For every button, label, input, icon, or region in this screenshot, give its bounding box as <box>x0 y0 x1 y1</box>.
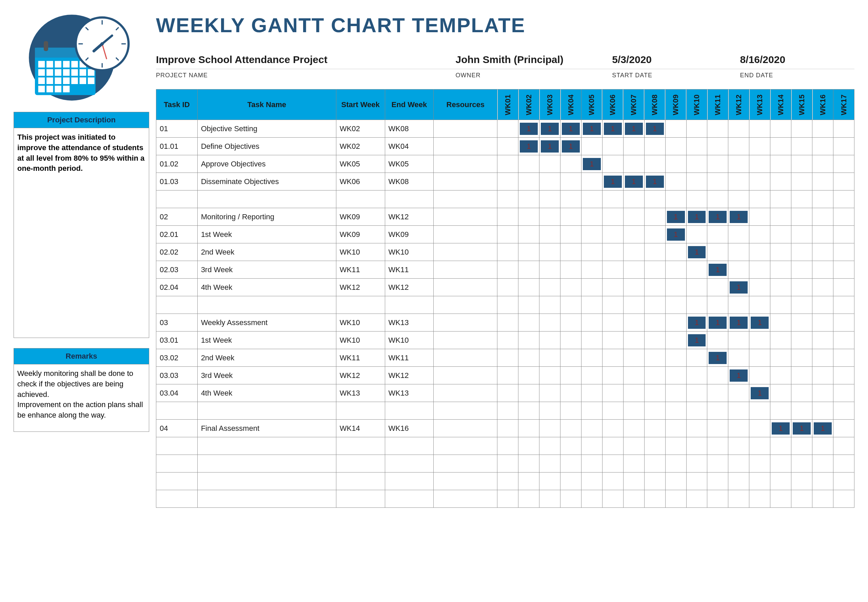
project-description-body: This project was initiated to improve th… <box>14 128 149 338</box>
cell-week <box>665 120 686 138</box>
cell-task-name <box>197 437 336 455</box>
cell-week <box>623 190 644 208</box>
cell-week <box>561 402 581 420</box>
gantt-bar: 1 <box>520 123 538 135</box>
cell-week: 1 <box>728 208 749 226</box>
cell-resources <box>434 314 498 332</box>
cell-resources <box>434 490 498 508</box>
cell-week <box>644 349 665 367</box>
cell-week <box>813 349 833 367</box>
cell-task-name <box>197 455 336 473</box>
cell-week <box>686 473 707 490</box>
cell-week <box>770 155 791 173</box>
cell-week <box>665 490 686 508</box>
gantt-bar: 1 <box>667 211 685 223</box>
cell-week <box>686 490 707 508</box>
cell-start-week: WK12 <box>336 367 385 384</box>
col-week: WK13 <box>749 89 770 120</box>
cell-week: 1 <box>686 332 707 349</box>
cell-week <box>686 120 707 138</box>
cell-week <box>770 261 791 279</box>
cell-week <box>665 473 686 490</box>
cell-week <box>581 420 602 437</box>
cell-week: 1 <box>728 279 749 296</box>
cell-end-week: WK09 <box>385 226 434 243</box>
cell-week <box>498 314 518 332</box>
table-row: 02.033rd WeekWK11WK111 <box>156 261 854 279</box>
gantt-bar: 1 <box>688 211 706 223</box>
cell-week <box>749 349 770 367</box>
cell-week <box>498 473 518 490</box>
cell-week <box>581 279 602 296</box>
svg-rect-20 <box>46 78 53 84</box>
table-row <box>156 402 854 420</box>
cell-week <box>539 226 561 243</box>
cell-week: 1 <box>561 120 581 138</box>
cell-week <box>602 384 623 402</box>
col-week: WK04 <box>561 89 581 120</box>
cell-week <box>498 243 518 261</box>
cell-week: 1 <box>539 138 561 155</box>
cell-week: 1 <box>581 120 602 138</box>
cell-week <box>561 349 581 367</box>
cell-week <box>498 384 518 402</box>
cell-week <box>749 226 770 243</box>
table-row: 01.01Define ObjectivesWK02WK04111 <box>156 138 854 155</box>
cell-week <box>623 437 644 455</box>
cell-week <box>770 120 791 138</box>
cell-task-name: 4th Week <box>197 279 336 296</box>
gantt-bar: 1 <box>604 176 622 188</box>
gantt-bar: 1 <box>520 140 538 152</box>
col-week: WK17 <box>833 89 854 120</box>
col-week: WK06 <box>602 89 623 120</box>
cell-week <box>749 332 770 349</box>
cell-week <box>791 455 813 473</box>
col-week: WK03 <box>539 89 561 120</box>
cell-task-name: 1st Week <box>197 332 336 349</box>
cell-week: 1 <box>518 138 539 155</box>
cell-week <box>833 173 854 190</box>
cell-end-week: WK08 <box>385 120 434 138</box>
cell-week <box>728 226 749 243</box>
cell-resources <box>434 420 498 437</box>
cell-week: 1 <box>686 314 707 332</box>
gantt-bar: 1 <box>646 123 664 135</box>
cell-week <box>561 190 581 208</box>
cell-week <box>539 261 561 279</box>
cell-week <box>749 155 770 173</box>
cell-week <box>813 173 833 190</box>
table-row <box>156 296 854 314</box>
cell-week: 1 <box>539 120 561 138</box>
cell-week: 1 <box>623 120 644 138</box>
cell-resources <box>434 279 498 296</box>
cell-week: 1 <box>707 349 728 367</box>
cell-week <box>770 455 791 473</box>
cell-end-week: WK16 <box>385 420 434 437</box>
cell-task-id: 02.04 <box>156 279 198 296</box>
cell-task-name: Define Objectives <box>197 138 336 155</box>
cell-week <box>707 120 728 138</box>
svg-rect-18 <box>88 69 95 76</box>
cell-week <box>791 314 813 332</box>
col-week: WK08 <box>644 89 665 120</box>
cell-end-week: WK08 <box>385 173 434 190</box>
cell-week <box>707 173 728 190</box>
cell-week <box>602 420 623 437</box>
table-row: 03Weekly AssessmentWK10WK131111 <box>156 314 854 332</box>
cell-week <box>665 138 686 155</box>
cell-week <box>665 420 686 437</box>
cell-week <box>813 367 833 384</box>
cell-start-week <box>336 473 385 490</box>
cell-week: 1 <box>623 173 644 190</box>
gantt-bar: 1 <box>646 176 664 188</box>
col-week: WK11 <box>707 89 728 120</box>
svg-rect-9 <box>71 61 78 68</box>
cell-week <box>707 190 728 208</box>
cell-week <box>581 384 602 402</box>
cell-week: 1 <box>813 420 833 437</box>
cell-week <box>644 437 665 455</box>
cell-week: 1 <box>561 138 581 155</box>
cell-task-id <box>156 490 198 508</box>
cell-week <box>581 332 602 349</box>
table-row: 03.022nd WeekWK11WK111 <box>156 349 854 367</box>
